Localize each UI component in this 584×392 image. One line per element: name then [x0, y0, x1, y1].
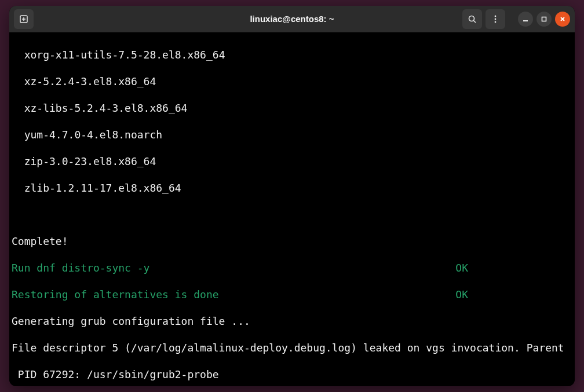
titlebar: linuxiac@centos8: ~ [9, 6, 575, 32]
package-line: xz-5.2.4-3.el8.x86_64 [12, 75, 572, 88]
status-message: Restoring of alternatives is done [12, 288, 219, 301]
status-ok: OK [455, 261, 572, 274]
maximize-button[interactable] [536, 12, 552, 27]
svg-point-3 [469, 16, 475, 21]
package-line: xorg-x11-utils-7.5-28.el8.x86_64 [12, 48, 572, 61]
maximize-icon [541, 16, 548, 23]
package-line: zip-3.0-23.el8.x86_64 [12, 155, 572, 168]
menu-button[interactable] [486, 9, 505, 29]
output-line: PID 67292: /usr/sbin/grub2-probe [12, 368, 572, 381]
terminal-output[interactable]: xorg-x11-utils-7.5-28.el8.x86_64 xz-5.2.… [9, 32, 575, 386]
output-line: File descriptor 5 (/var/log/almalinux-de… [12, 341, 572, 354]
search-button[interactable] [462, 9, 482, 29]
svg-point-6 [495, 18, 497, 20]
terminal-window: linuxiac@centos8: ~ xorg-x11-utils-7.5-2… [9, 6, 575, 386]
svg-rect-9 [542, 17, 546, 21]
status-line: Restoring of alternatives is doneOK [12, 288, 572, 301]
close-icon [559, 16, 566, 23]
status-line: Run dnf distro-sync -yOK [12, 261, 572, 274]
output-line: Generating grub configuration file ... [12, 314, 572, 328]
package-line: zlib-1.2.11-17.el8.x86_64 [12, 181, 572, 195]
svg-point-5 [495, 15, 497, 17]
menu-icon [491, 14, 500, 24]
minimize-button[interactable] [518, 12, 533, 27]
blank-line [12, 208, 572, 221]
status-message: Run dnf distro-sync -y [12, 261, 149, 274]
search-icon [468, 14, 477, 24]
package-line: yum-4.7.0-4.el8.noarch [12, 128, 572, 141]
status-ok: OK [455, 288, 572, 301]
minimize-icon [522, 16, 529, 23]
package-line: xz-libs-5.2.4-3.el8.x86_64 [12, 101, 572, 115]
complete-line: Complete! [12, 235, 572, 248]
new-tab-icon [19, 14, 28, 24]
svg-line-4 [474, 20, 476, 23]
new-tab-button[interactable] [14, 9, 34, 29]
svg-point-7 [495, 21, 497, 23]
close-button[interactable] [555, 12, 570, 27]
